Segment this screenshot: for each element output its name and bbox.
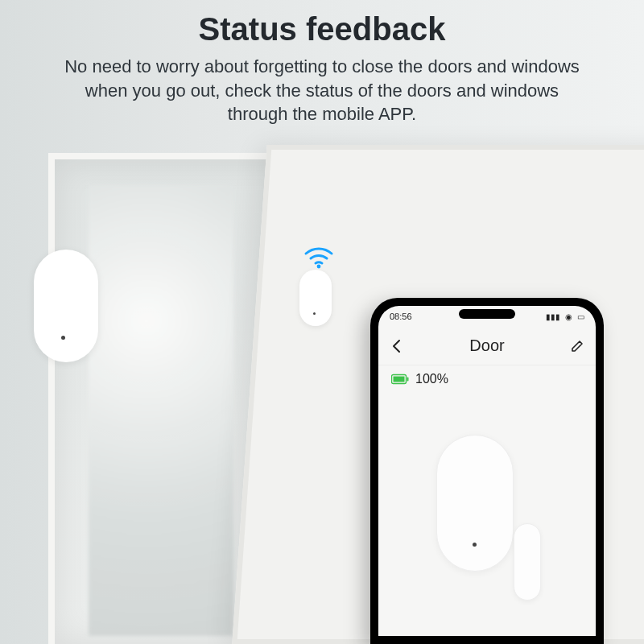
phone-notch	[459, 309, 515, 319]
statusbar-icons: ▮▮▮ ◉ ▭	[543, 312, 584, 321]
product-marketing-scene: Status feedback No need to worry about f…	[0, 0, 644, 644]
wifi-small-icon: ◉	[565, 312, 572, 321]
battery-percent: 100%	[415, 372, 448, 386]
signal-icon: ▮▮▮	[546, 312, 560, 321]
app-header: Door	[378, 327, 596, 365]
device-illustration	[378, 435, 596, 636]
back-button[interactable]	[378, 327, 415, 365]
svg-rect-2	[394, 377, 405, 382]
edit-button[interactable]	[559, 327, 596, 365]
device-sensor-magnet	[514, 523, 541, 601]
section-title: Status feedback	[0, 11, 644, 47]
door-sensor-main	[34, 250, 98, 362]
battery-small-icon: ▭	[577, 312, 584, 321]
device-sensor-main	[436, 435, 514, 572]
phone-mockup: 08:56 ▮▮▮ ◉ ▭ Door	[370, 298, 604, 644]
interior-blur	[89, 185, 233, 636]
phone-screen: 08:56 ▮▮▮ ◉ ▭ Door	[378, 306, 596, 636]
door-sensor-magnet	[299, 270, 332, 326]
section-subtitle: No need to worry about forgetting to clo…	[56, 55, 588, 126]
arrow-left-icon	[390, 339, 404, 353]
statusbar-time: 08:56	[390, 312, 412, 321]
battery-icon	[391, 374, 409, 385]
app-title: Door	[469, 336, 504, 355]
battery-status-row: 100%	[378, 365, 596, 386]
pencil-icon	[570, 339, 584, 353]
svg-rect-3	[407, 378, 409, 382]
